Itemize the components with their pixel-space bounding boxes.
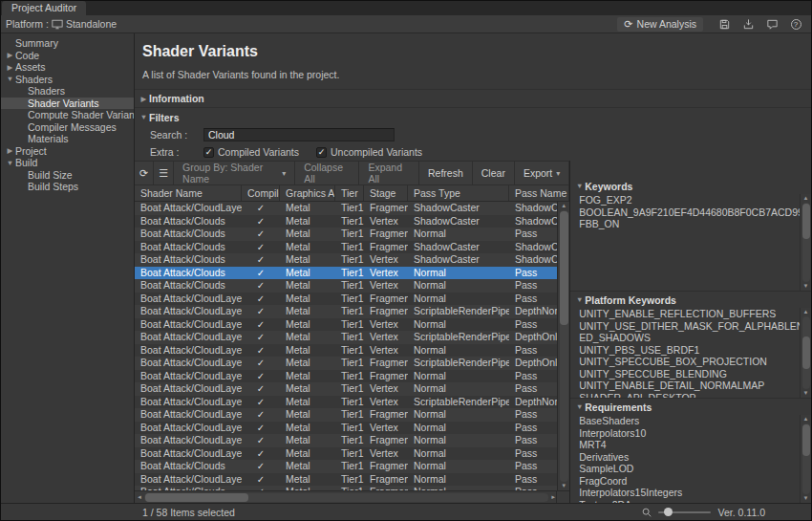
table-row[interactable]: Boat Attack/CloudLayer✓MetalTier1VertexN…: [135, 422, 557, 435]
table-row[interactable]: Boat Attack/CloudLayer✓MetalTier1Fragmen…: [135, 357, 557, 370]
details-item[interactable]: MRT4: [579, 439, 811, 451]
sidebar-item-shaders[interactable]: ▼Shaders: [1, 74, 134, 86]
table-vertical-scrollbar[interactable]: ▲ ▼: [557, 202, 569, 490]
zoom-slider[interactable]: [658, 511, 711, 513]
sidebar-item-shaders[interactable]: Shaders: [1, 85, 134, 98]
details-item[interactable]: BOOLEAN_9A9F210EF4D44680B8F0CB7ACD99D: [579, 206, 811, 219]
column-header-compiled[interactable]: Compiled: [242, 185, 280, 201]
help-button[interactable]: ?: [785, 16, 806, 32]
table-row[interactable]: Boat Attack/CloudLayer✓MetalTier1VertexN…: [135, 382, 557, 396]
details-item[interactable]: UNITY_ENABLE_DETAIL_NORMALMAP: [579, 380, 811, 392]
table-row[interactable]: Boat Attack/CloudLayer✓MetalTier1Fragmen…: [135, 305, 557, 318]
scrollbar-thumb[interactable]: [802, 424, 810, 456]
scrollbar-thumb[interactable]: [145, 493, 248, 502]
sidebar-item-build-steps[interactable]: Build Steps: [1, 181, 134, 193]
table-horizontal-scrollbar[interactable]: ◄ ►: [135, 490, 569, 503]
column-header-graphics-api[interactable]: Graphics API: [280, 185, 335, 201]
export-dropdown[interactable]: Export ▾: [515, 162, 569, 185]
details-item[interactable]: FBB_ON: [579, 218, 811, 230]
details-item[interactable]: UNITY_SPECCUBE_BOX_PROJECTION: [579, 356, 811, 368]
section-scrollbar[interactable]: ▲ ▼: [800, 415, 811, 503]
sidebar-item-compute-shader-variants[interactable]: Compute Shader Variants: [1, 109, 134, 121]
new-analysis-button[interactable]: ⟳ New Analysis: [617, 17, 703, 32]
table-row[interactable]: Boat Attack/CloudLayer✓MetalTier1Fragmen…: [135, 202, 557, 215]
expand-all-button[interactable]: Expand All: [359, 162, 419, 185]
scroll-left-icon[interactable]: ◄: [137, 494, 142, 501]
sidebar-item-build-size[interactable]: Build Size: [1, 169, 134, 182]
column-header-tier[interactable]: Tier: [335, 185, 364, 201]
table-row[interactable]: Boat Attack/CloudLayer✓MetalTier1VertexN…: [135, 447, 557, 461]
feedback-button[interactable]: [761, 16, 782, 32]
table-row[interactable]: Boat Attack/CloudLayer✓MetalTier1Fragmen…: [135, 370, 557, 383]
details-item[interactable]: BaseShaders: [579, 415, 811, 427]
scroll-up-icon[interactable]: ▲: [803, 416, 809, 423]
foldout-expanded-icon[interactable]: ▼: [5, 159, 15, 167]
filters-foldout[interactable]: ▼ Filters: [135, 108, 811, 126]
foldout-collapsed-icon[interactable]: ▶: [5, 51, 15, 59]
scroll-up-icon[interactable]: ▲: [803, 195, 809, 202]
details-item[interactable]: SHADER_API_DESKTOP: [579, 392, 811, 399]
group-by-dropdown[interactable]: Group By: Shader Name ▾: [174, 162, 295, 185]
scrollbar-track[interactable]: [802, 203, 810, 282]
table-row[interactable]: Boat Attack/CloudLayer✓MetalTier1Fragmen…: [135, 434, 557, 447]
collapse-all-button[interactable]: Collapse All: [295, 162, 359, 185]
zoom-slider-knob[interactable]: [664, 508, 673, 516]
scroll-down-icon[interactable]: ▼: [803, 495, 809, 502]
table-row[interactable]: Boat Attack/CloudLayer✓MetalTier1Fragmen…: [135, 293, 557, 306]
search-input[interactable]: [203, 128, 395, 141]
scroll-down-icon[interactable]: ▼: [561, 483, 566, 489]
table-row[interactable]: Boat Attack/CloudLayer✓MetalTier1VertexS…: [135, 396, 557, 409]
details-item[interactable]: FOG_EXP2: [579, 194, 811, 206]
table-row[interactable]: Boat Attack/CloudLayer✓MetalTier1VertexS…: [135, 331, 557, 344]
refresh-button[interactable]: Refresh: [419, 162, 473, 185]
section-scrollbar[interactable]: ▲ ▼: [800, 194, 811, 291]
column-header-shader-name[interactable]: Shader Name: [135, 185, 242, 201]
table-row[interactable]: Boat Attack/Clouds✓MetalTier1VertexShado…: [135, 253, 557, 267]
scrollbar-track[interactable]: [802, 423, 810, 494]
table-row[interactable]: Boat Attack/Clouds✓MetalTier1VertexNorma…: [135, 267, 557, 280]
details-item[interactable]: Texture2DArray: [579, 499, 811, 504]
details-section-header[interactable]: ▼ Requirements: [570, 399, 811, 415]
details-item[interactable]: SampleLOD: [579, 463, 811, 475]
foldout-expanded-icon[interactable]: ▼: [5, 75, 15, 83]
table-row[interactable]: Boat Attack/Clouds✓MetalTier1FragmentSha…: [135, 241, 557, 254]
scrollbar-thumb[interactable]: [560, 211, 568, 325]
sidebar-item-compiler-messages[interactable]: Compiler Messages: [1, 121, 134, 134]
clear-button[interactable]: Clear: [473, 162, 515, 185]
sidebar-item-assets[interactable]: ▶Assets: [1, 61, 134, 74]
scroll-down-icon[interactable]: ▼: [803, 283, 809, 290]
compiled-variants-checkbox[interactable]: ✓ Compiled Variants: [203, 146, 299, 158]
column-header-stage[interactable]: Stage: [364, 185, 408, 201]
details-item[interactable]: UNITY_ENABLE_REFLECTION_BUFFERS: [579, 308, 811, 320]
details-section-header[interactable]: ▼ Keywords: [570, 178, 811, 194]
uncompiled-variants-checkbox[interactable]: ✓ Uncompiled Variants: [316, 146, 422, 158]
sidebar-item-code[interactable]: ▶Code: [1, 50, 134, 62]
details-item[interactable]: UNITY_SPECCUBE_BLENDING: [579, 368, 811, 380]
table-row[interactable]: Boat Attack/CloudLayer✓MetalTier1Fragmen…: [135, 408, 557, 422]
details-item[interactable]: Interpolators10: [579, 427, 811, 440]
details-item[interactable]: UNITY_USE_DITHER_MASK_FOR_ALPHABLEND: [579, 320, 811, 333]
tab-project-auditor[interactable]: Project Auditor: [2, 1, 86, 15]
sidebar-item-project[interactable]: ▶Project: [1, 145, 134, 158]
table-row[interactable]: Boat Attack/Clouds✓MetalTier1VertexShado…: [135, 215, 557, 228]
table-row[interactable]: Boat Attack/Clouds✓MetalTier1FragmentNor…: [135, 460, 557, 473]
scrollbar-thumb[interactable]: [802, 204, 810, 239]
column-header-pass-name[interactable]: Pass Name: [509, 185, 569, 201]
table-row[interactable]: Boat Attack/Clouds✓MetalTier1VertexNorma…: [135, 279, 557, 293]
scrollbar-track[interactable]: [802, 316, 810, 389]
information-foldout[interactable]: ▶ Information: [135, 89, 811, 107]
foldout-collapsed-icon[interactable]: ▶: [5, 146, 15, 155]
details-item[interactable]: Derivatives: [579, 451, 811, 464]
refresh-icon-button[interactable]: ⟳: [135, 162, 154, 185]
scrollbar-track[interactable]: [560, 210, 568, 482]
sidebar-item-shader-variants[interactable]: Shader Variants: [1, 98, 134, 110]
sidebar-item-build[interactable]: ▼Build: [1, 157, 134, 169]
view-options-button[interactable]: ☰: [154, 162, 174, 185]
load-button[interactable]: [737, 16, 759, 32]
details-item[interactable]: ED_SHADOWS: [579, 332, 811, 344]
column-header-pass-type[interactable]: Pass Type: [408, 185, 509, 201]
scrollbar-thumb[interactable]: [802, 336, 810, 369]
table-row[interactable]: Boat Attack/CloudLayer✓MetalTier1Fragmen…: [135, 473, 557, 487]
scrollbar-track[interactable]: [144, 493, 548, 502]
table-row[interactable]: Boat Attack/Clouds✓MetalTier1FragmentNor…: [135, 228, 557, 241]
